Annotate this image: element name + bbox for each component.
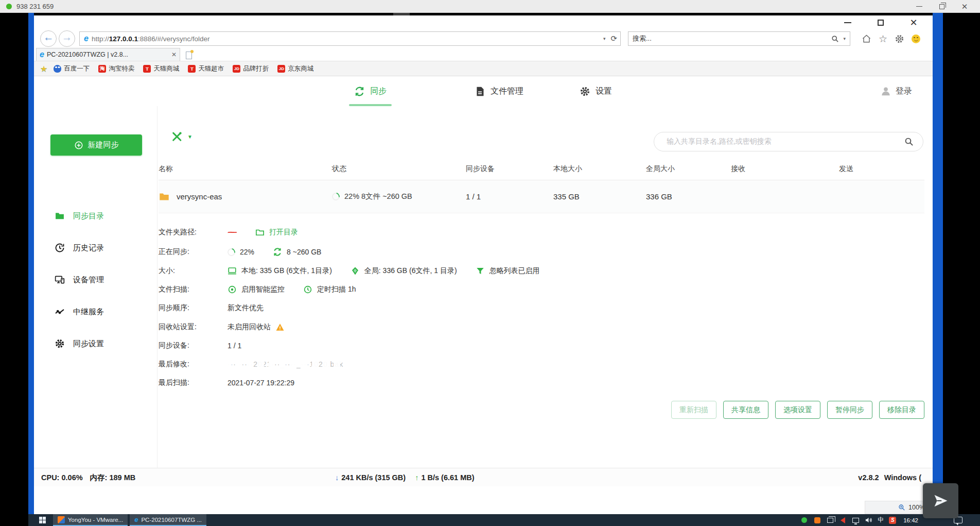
sogou-icon[interactable]: S	[889, 517, 896, 524]
tray-network-monitor-icon[interactable]	[852, 516, 860, 524]
browser-minimize-button[interactable]	[836, 16, 860, 29]
screen: 938 231 659 ✕ ▾ ✕ ⭠ ⭢ e http://127.0.0.1…	[0, 0, 980, 526]
local-size: 335 GB	[553, 192, 646, 201]
smart-monitor-icon	[227, 285, 237, 294]
ignore-filter-icon	[476, 266, 485, 276]
tray-orange-app-icon[interactable]	[813, 516, 821, 524]
home-icon[interactable]	[862, 34, 871, 44]
browser-close-button[interactable]: ✕	[902, 16, 925, 29]
share-info-button[interactable]: 共享信息	[723, 401, 768, 419]
pause-sync-button[interactable]: 暂停同步	[827, 401, 872, 419]
bookmark-jd-mall[interactable]: JD 京东商城	[275, 64, 316, 73]
forward-button[interactable]: ⭢	[59, 30, 75, 47]
zoom-magnifier-icon	[898, 504, 905, 511]
open-folder-icon	[255, 228, 265, 237]
table-row[interactable]: verysync-eas 22% 8文件 ~260 GB 1 / 1 335 G…	[159, 180, 924, 213]
feedback-smiley-icon[interactable]	[912, 35, 920, 43]
open-directory-link[interactable]: 打开目录	[269, 228, 298, 237]
remote-overlay-button[interactable]	[923, 483, 958, 518]
tools-dropdown-icon[interactable]: ▼	[187, 134, 192, 140]
bookmark-tmall[interactable]: T 天猫商城	[141, 64, 182, 73]
tab-settings[interactable]: 设置	[580, 76, 612, 106]
session-status-dot	[6, 4, 12, 9]
tray-windows-stack-icon[interactable]	[826, 516, 834, 524]
bookmark-tmall-market[interactable]: T 天猫超市	[185, 64, 226, 73]
folder-name: verysync-eas	[177, 192, 222, 201]
new-sync-button[interactable]: 新建同步	[50, 134, 142, 156]
favorites-star-icon[interactable]: ☆	[879, 33, 887, 45]
local-computer-icon	[227, 266, 237, 276]
back-button[interactable]: ⭠	[40, 30, 57, 47]
rescan-button[interactable]: 重新扫描	[671, 401, 716, 419]
sidebar-item-sync-folders[interactable]: 同步目录	[34, 207, 157, 225]
tray-green-status-icon[interactable]	[800, 516, 808, 524]
browser-titlebar: ✕	[34, 15, 933, 30]
baidu-icon	[54, 65, 61, 73]
sidebar-item-relay[interactable]: 中继服务	[34, 303, 157, 320]
new-tab-button[interactable]	[182, 49, 196, 61]
tab-sync[interactable]: 同步	[354, 76, 387, 106]
taskbar-item-browser[interactable]: e PC-20210607TWZG ...	[130, 514, 206, 526]
detail-file-scan: 文件扫描: 启用智能监控 定时扫描 1h	[159, 282, 356, 297]
taskbar-clock[interactable]: 16:42	[903, 517, 918, 523]
tab-file-manager[interactable]: 文件管理	[475, 76, 523, 106]
detail-last-modified: 最后修改: ··· ·····2021···_····_···1020.bak	[159, 357, 343, 372]
search-dropdown-icon[interactable]: ▾	[843, 36, 846, 41]
desktop-wallpaper-edge-left	[28, 13, 34, 514]
tray-volume-icon[interactable]	[865, 516, 872, 524]
app-os: Windows (	[884, 473, 921, 482]
refresh-icon[interactable]: ⟳	[610, 34, 617, 43]
sidebar-item-sync-settings[interactable]: 同步设置	[34, 335, 157, 352]
download-rate: 241 KB/s (315 GB)	[341, 473, 406, 482]
devices-count: 1 / 1	[466, 192, 553, 201]
bookmark-jd-discount[interactable]: JD 品牌打折	[230, 64, 271, 73]
relay-chart-icon	[55, 307, 65, 317]
main-panel: ▼ 输入共享目录名,路径,或密钥搜索 名称 状态 同步设备 本地大小 全局大小 …	[157, 106, 933, 468]
history-clock-icon	[55, 243, 65, 253]
start-button[interactable]	[33, 514, 51, 526]
bulk-tools-button[interactable]: ▼	[171, 131, 192, 142]
address-bar[interactable]: e http://127.0.0.1:8886/#/verysync/folde…	[79, 31, 621, 46]
browser-maximize-button[interactable]	[869, 16, 892, 29]
detail-sync-devices: 同步设备: 1 / 1	[159, 338, 241, 353]
search-icon[interactable]	[831, 35, 839, 43]
taskbar-item-vmware[interactable]: YongYou - VMware...	[53, 514, 128, 526]
send-plane-icon	[933, 493, 949, 508]
folder-icon	[159, 191, 170, 202]
system-tray: 中 S 16:42	[800, 514, 918, 526]
gear-icon	[580, 86, 590, 97]
host-restore-button[interactable]	[931, 0, 953, 13]
user-icon	[880, 86, 891, 97]
sidebar-item-devices[interactable]: 设备管理	[34, 271, 157, 289]
address-dropdown-icon[interactable]: ▾	[603, 36, 606, 41]
tray-red-player-icon[interactable]	[839, 516, 847, 524]
url-host: 127.0.0.1	[109, 35, 138, 43]
host-close-button[interactable]: ✕	[953, 0, 976, 13]
jd-icon: JD	[233, 65, 240, 73]
browser-tab[interactable]: e PC-20210607TWZG | v2.8... ✕	[36, 48, 180, 61]
devices-icon	[55, 275, 65, 285]
search-icon[interactable]	[904, 137, 914, 146]
remove-folder-button[interactable]: 移除目录	[879, 401, 924, 419]
detail-folder-path: 文件夹路径: 打开目录	[159, 225, 298, 240]
browser-settings-gear-icon[interactable]	[895, 34, 904, 44]
ie-icon: e	[134, 516, 138, 523]
new-tab-icon	[186, 52, 192, 59]
remote-session-titlebar: 938 231 659 ✕	[0, 0, 980, 13]
folder-icon	[55, 211, 65, 221]
bookmarks-bar: ★ 百度一下 淘 淘宝特卖 T 天猫商城 T 天猫超市 JD 品牌打折	[34, 61, 933, 76]
tab-close-icon[interactable]: ✕	[171, 51, 177, 58]
input-method-indicator[interactable]: 中	[878, 516, 884, 524]
bookmark-taobao[interactable]: 淘 淘宝特卖	[96, 64, 137, 73]
bookmark-baidu[interactable]: 百度一下	[51, 64, 92, 73]
host-minimize-button[interactable]	[908, 0, 931, 13]
bookmarks-star-icon[interactable]: ★	[40, 64, 47, 74]
login-button[interactable]: 登录	[880, 76, 912, 106]
sync-status: 22% 8文件 ~260 GB	[344, 192, 412, 201]
options-button[interactable]: 选项设置	[775, 401, 820, 419]
url-path: :8886/#/verysync/folder	[138, 35, 210, 43]
browser-search-input[interactable]: 搜索... ▾	[628, 31, 850, 46]
folder-search-input[interactable]: 输入共享目录名,路径,或密钥搜索	[654, 132, 923, 151]
verysync-page: 同步 文件管理 设置 登录 新建同步	[34, 76, 933, 514]
sidebar-item-history[interactable]: 历史记录	[34, 239, 157, 257]
